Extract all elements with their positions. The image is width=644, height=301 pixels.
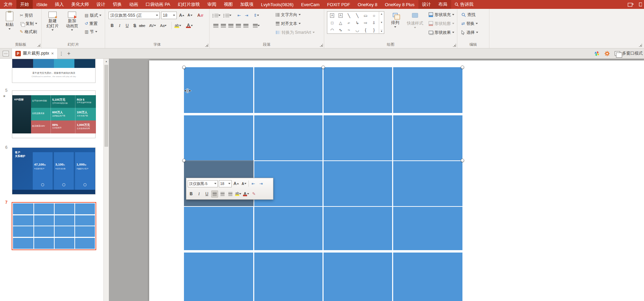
new-document-tab-icon[interactable]: + [65, 50, 73, 57]
menu-tab-addins[interactable]: 加载项 [237, 0, 257, 9]
gallery-more-icon[interactable]: ▼ [381, 29, 383, 32]
menu-tab-file[interactable]: 文件 [0, 0, 16, 9]
shape-icon[interactable]: A [330, 13, 334, 18]
bullets-button[interactable] [212, 12, 221, 19]
menu-tab-slideshow[interactable]: 幻灯片放映 [174, 0, 204, 9]
settings-gear-icon[interactable] [604, 51, 610, 56]
menu-tab-pocket-animation[interactable]: 口袋动画 PA [142, 0, 174, 9]
selection-handle-top-right[interactable] [461, 66, 464, 69]
mini-font-color-button[interactable]: A [243, 190, 249, 198]
align-right-button[interactable] [227, 22, 234, 29]
replace-button[interactable]: ⇄ 替换 [460, 20, 479, 27]
reset-button[interactable]: ↺ 重置 [83, 20, 99, 27]
mini-highlight-button[interactable]: ab [235, 190, 242, 198]
shape-icon[interactable]: ↳ [356, 20, 359, 25]
shrink-font-button[interactable]: A [186, 12, 194, 19]
shape-icon[interactable]: ⌐ [348, 20, 350, 25]
menu-tab-islide[interactable]: iSlide [33, 0, 51, 9]
mini-font-name-combo[interactable]: 汉仪旗黑-5 [188, 180, 218, 187]
plugin-pinwheel-icon[interactable] [594, 51, 600, 56]
menu-tab-home[interactable]: 开始 [16, 0, 33, 9]
menu-tab-evercam[interactable]: EverCam [297, 0, 323, 9]
copy-button[interactable]: 复制 [18, 20, 39, 27]
mini-bold-button[interactable]: B [188, 190, 195, 198]
menu-tab-onekey8[interactable]: OneKey 8 [354, 0, 381, 9]
layout-button[interactable]: ▤ 版式 [83, 12, 103, 19]
clear-formatting-button[interactable]: A [197, 12, 204, 19]
shape-icon[interactable]: ╲ [348, 13, 350, 18]
font-dialog-launcher[interactable] [205, 44, 208, 47]
find-button[interactable]: 查找 [460, 11, 477, 18]
mini-format-painter-button[interactable]: ✎ [251, 190, 257, 198]
cut-button[interactable]: ✂ 剪切 [18, 12, 34, 19]
slide-thumbnail-4[interactable]: 童年是无忧无虑的，就像整天嬉闹的海浪 Childhood is carefree… [12, 59, 96, 83]
numbering-button[interactable] [223, 12, 232, 19]
gallery-scroll-up-icon[interactable]: ▲ [381, 13, 383, 15]
mini-align-center-button[interactable] [219, 190, 226, 198]
italic-button[interactable]: I [116, 22, 123, 29]
change-case-button[interactable]: Aa [160, 22, 167, 29]
shape-fill-button[interactable]: 形状填充 [427, 11, 456, 18]
shape-icon[interactable]: ~ [348, 28, 350, 32]
menu-tab-foxit-pdf[interactable]: FOXIT PDF [323, 0, 354, 9]
shape-icon[interactable]: ╲ [356, 13, 358, 18]
decrease-indent-button[interactable]: ⇤ [235, 12, 243, 19]
shape-icon[interactable]: □ [331, 20, 333, 25]
align-left-button[interactable] [212, 22, 219, 29]
shape-icon[interactable]: ∿ [339, 28, 342, 32]
shape-icon[interactable]: △ [339, 20, 342, 25]
highlight-color-button[interactable]: ab [174, 22, 182, 29]
arrange-button[interactable]: 排列 [387, 10, 403, 42]
columns-button[interactable] [253, 22, 260, 29]
paragraph-dialog-launcher[interactable] [320, 44, 323, 47]
align-text-button[interactable]: 对齐文本 [274, 20, 302, 27]
close-document-icon[interactable]: × [51, 51, 54, 56]
partial-window-icon[interactable] [639, 2, 642, 7]
mini-grow-font-button[interactable]: A [233, 180, 240, 187]
menu-tab-transitions[interactable]: 切换 [109, 0, 126, 9]
mini-align-left-button[interactable] [211, 190, 218, 198]
selection-handle-top-middle[interactable] [321, 66, 325, 69]
menu-tab-animations[interactable]: 动画 [126, 0, 142, 9]
shape-icon[interactable]: ○ [373, 13, 375, 18]
select-button[interactable]: 选择 [460, 29, 480, 36]
mini-font-size-combo[interactable]: 18 [219, 180, 232, 187]
shape-icon[interactable]: ▭ [364, 13, 368, 18]
menu-tab-insert[interactable]: 插入 [51, 0, 68, 9]
selection-handle-middle-right[interactable] [461, 159, 464, 162]
slide-thumbnail-5[interactable]: KPI目标 全平台GMV目标 5,100万元 全年GMV销售目标 ROI 5 全… [12, 90, 96, 138]
quick-styles-button[interactable]: 快速样式 [405, 10, 425, 42]
character-spacing-button[interactable]: AV [149, 22, 156, 29]
font-size-combo[interactable]: 18 [161, 12, 177, 19]
slide-thumbnail-7-selected[interactable] [12, 202, 96, 250]
new-animation-page-button[interactable]: 新加 动画页 [63, 10, 81, 42]
format-painter-button[interactable]: ✎ 格式刷 [18, 28, 38, 35]
menu-tab-view[interactable]: 视图 [220, 0, 237, 9]
text-shadow-button[interactable]: S [131, 22, 138, 29]
slide-thumbnail-6[interactable]: 客户 关系维护 47,100例 午后新增客户 3,100次 午后互动次数 1,0… [12, 147, 96, 195]
menu-tab-drawtools-design[interactable]: 设计 [418, 0, 435, 9]
grow-font-button[interactable]: A [178, 12, 185, 19]
strikethrough-button[interactable]: abe [139, 22, 146, 29]
mini-underline-button[interactable]: U [203, 190, 210, 198]
shape-icon[interactable]: ◠ [330, 28, 334, 32]
selection-handle-top-left[interactable] [182, 66, 186, 69]
new-slide-button[interactable]: ★ 新建 幻灯片 [44, 10, 61, 42]
menu-tab-beautify[interactable]: 美化大师 [68, 0, 93, 9]
shape-icon[interactable]: { [365, 28, 366, 32]
mini-align-right-button[interactable] [227, 190, 234, 198]
shape-outline-button[interactable]: 形状轮廓 [427, 20, 456, 27]
document-tab-active[interactable]: P 圖片裁剪.pptx × [12, 48, 58, 59]
clipboard-dialog-launcher[interactable] [37, 44, 40, 47]
shape-icon[interactable]: ◡ [356, 28, 359, 32]
mini-italic-button[interactable]: I [196, 190, 202, 198]
increase-indent-button[interactable]: ⇥ [243, 12, 250, 19]
multi-window-mode-button[interactable]: 多窗口模式 [615, 51, 643, 56]
distribute-button[interactable] [242, 22, 249, 29]
shape-gallery[interactable]: A A ╲ ╲ ▭ ○ □ △ ⌐ ↳ ⇨ ⇩ ◠ ∿ ~ ◡ { [327, 11, 384, 34]
menu-tab-drawtools-layout[interactable]: 布局 [435, 0, 451, 9]
share-icon[interactable] [628, 2, 634, 7]
bold-button[interactable]: B [109, 22, 116, 29]
underline-button[interactable]: U [124, 22, 131, 29]
tell-me-search[interactable]: 告诉我 [451, 0, 477, 9]
